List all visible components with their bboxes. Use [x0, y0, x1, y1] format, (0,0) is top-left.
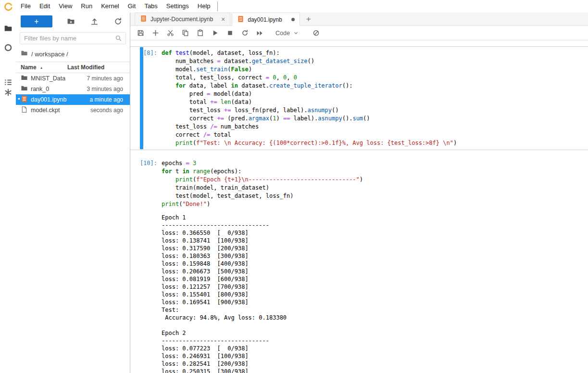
file-list: MNIST_Data7 minutes agorank_03 minutes a… — [16, 73, 130, 116]
notebook-toolbar: Code — [130, 26, 588, 40]
notebook-icon — [21, 95, 28, 104]
paste-cell-icon[interactable] — [196, 29, 204, 37]
notebook-area: [8]:def test(model, dataset, loss_fn): n… — [130, 40, 588, 373]
code-line: pred = model(data) — [162, 90, 586, 98]
code-editor[interactable]: def test(model, dataset, loss_fn): num_b… — [161, 47, 588, 150]
open-file-dot: • — [18, 95, 20, 103]
file-filter-input[interactable] — [20, 35, 115, 42]
copy-cell-icon[interactable] — [181, 29, 189, 37]
menu-tabs[interactable]: Tabs — [140, 0, 162, 13]
breadcrumb[interactable]: / workspace / — [16, 45, 130, 62]
code-line: num_batches = dataset.get_dataset_size() — [162, 57, 586, 65]
save-icon[interactable] — [137, 29, 144, 37]
code-line: epochs = 3 — [162, 159, 586, 167]
menu-run[interactable]: Run — [76, 0, 97, 13]
sort-asc-icon: ▲ — [40, 66, 43, 69]
execution-count: [10]: — [130, 157, 161, 211]
menu-settings[interactable]: Settings — [162, 0, 193, 13]
unsaved-dot-icon — [291, 18, 295, 21]
app-logo-icon[interactable] — [0, 0, 16, 13]
file-modified: 3 minutes ago — [67, 86, 123, 92]
file-row-day001.ipynb[interactable]: •day001.ipynba minute ago — [16, 94, 130, 105]
menu-git[interactable]: Git — [124, 0, 140, 13]
code-line: total += len(data) — [162, 98, 586, 106]
restart-kernel-icon[interactable] — [241, 29, 249, 37]
code-line: correct += (pred.argmax(1) == label).asn… — [162, 115, 586, 123]
code-line: print("Done!") — [162, 200, 586, 208]
cell-collapser[interactable] — [140, 47, 143, 149]
new-tab-button[interactable]: + — [301, 13, 316, 26]
menu-edit[interactable]: Edit — [35, 0, 54, 13]
close-tab-icon[interactable]: × — [221, 16, 225, 23]
file-name: day001.ipynb — [31, 96, 66, 103]
folder-icon — [21, 74, 28, 83]
stop-kernel-icon[interactable] — [226, 29, 234, 37]
file-name: model.ckpt — [31, 107, 60, 114]
file-icon — [21, 106, 28, 115]
file-modified: 7 minutes ago — [67, 75, 123, 82]
activity-bar — [0, 13, 16, 373]
breadcrumb-path[interactable]: / workspace / — [31, 51, 68, 58]
tab-label: day001.ipynb — [248, 16, 282, 23]
code-line: test_loss += loss_fn(pred, label).asnump… — [162, 106, 586, 115]
code-line: correct /= total — [162, 131, 586, 139]
file-browser-icon[interactable] — [3, 24, 13, 33]
code-line: def test(model, dataset, loss_fn): — [162, 49, 586, 57]
main-area: Jupyter-Document.ipynb×day001.ipynb + — [130, 13, 588, 373]
refresh-icon[interactable] — [113, 16, 123, 27]
run-cell-icon[interactable] — [211, 29, 219, 37]
code-line: for data, label in dataset.create_tuple_… — [162, 82, 586, 90]
code-cell: [10]:epochs = 3for t in range(epochs): p… — [130, 157, 588, 373]
execution-count: [8]: — [130, 47, 161, 150]
file-name: rank_0 — [31, 86, 49, 92]
running-kernels-icon[interactable] — [3, 43, 13, 52]
tab-Jupyter-Document.ipynb[interactable]: Jupyter-Document.ipynb× — [135, 13, 230, 26]
code-line: test(model, test_dataset, loss_fn) — [162, 192, 586, 200]
code-line: train(model, train_dataset) — [162, 184, 586, 192]
chevron-down-icon — [293, 30, 299, 36]
new-launcher-button[interactable]: + — [21, 15, 52, 27]
cut-cell-icon[interactable] — [166, 29, 174, 37]
tab-label: Jupyter-Document.ipynb — [150, 16, 213, 23]
menu-view[interactable]: View — [54, 0, 76, 13]
tab-day001.ipynb[interactable]: day001.ipynb — [232, 13, 300, 26]
notebook-icon — [140, 15, 147, 24]
code-line: print(f"Epoch {t+1}\n-------------------… — [162, 176, 586, 184]
code-line: model.set_train(False) — [162, 65, 586, 74]
circle-slash-icon[interactable] — [313, 29, 320, 37]
file-name: MNIST_Data — [31, 75, 65, 82]
file-modified: a minute ago — [67, 96, 123, 103]
column-header-name[interactable]: Name ▲ — [21, 64, 67, 71]
column-header-modified[interactable]: Last Modified — [67, 64, 123, 71]
menu-file[interactable]: File — [16, 0, 35, 13]
code-line: print(f"Test: \n Accuracy: {(100*correct… — [162, 139, 586, 147]
home-folder-icon[interactable] — [21, 50, 28, 58]
file-filter — [20, 32, 126, 44]
code-editor[interactable]: epochs = 3for t in range(epochs): print(… — [161, 157, 588, 211]
code-line: total, test_loss, correct = 0, 0, 0 — [162, 74, 586, 82]
tab-bar: Jupyter-Document.ipynb×day001.ipynb + — [130, 13, 588, 26]
code-line: test_loss /= num_batches — [162, 123, 586, 131]
menu-help[interactable]: Help — [193, 0, 215, 13]
table-of-contents-icon[interactable] — [3, 77, 13, 87]
cell-output: Epoch 1 ------------------------------- … — [161, 211, 588, 373]
file-modified: seconds ago — [67, 107, 123, 114]
upload-icon[interactable] — [89, 16, 100, 27]
new-folder-icon[interactable] — [65, 16, 76, 27]
cell-type-label: Code — [275, 30, 290, 37]
restart-run-all-icon[interactable] — [256, 29, 263, 37]
menu-items: FileEditViewRunKernelGitTabsSettingsHelp — [16, 0, 215, 13]
menu-bar: FileEditViewRunKernelGitTabsSettingsHelp — [0, 0, 588, 13]
file-row-MNIST_Data[interactable]: MNIST_Data7 minutes ago — [16, 73, 130, 84]
folder-icon — [21, 85, 28, 93]
cell-type-dropdown[interactable]: Code — [275, 30, 299, 37]
menu-kernel[interactable]: Kernel — [97, 0, 124, 13]
extension-manager-icon[interactable] — [3, 88, 13, 97]
file-row-rank_0[interactable]: rank_03 minutes ago — [16, 84, 130, 94]
search-icon — [115, 35, 125, 42]
add-cell-icon[interactable] — [151, 29, 159, 37]
file-row-model.ckpt[interactable]: model.ckptseconds ago — [16, 105, 130, 116]
file-browser-toolbar: + — [16, 13, 130, 29]
jupyterlab-window: FileEditViewRunKernelGitTabsSettingsHelp — [0, 0, 588, 373]
code-cell: [8]:def test(model, dataset, loss_fn): n… — [130, 46, 588, 150]
